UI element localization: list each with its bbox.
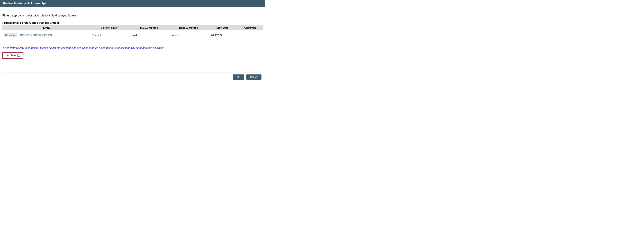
prev-12-value: Unpaid (127, 30, 169, 40)
entity-name[interactable]: ABBOTT MEDICAL OPTICS (20, 33, 52, 36)
update-button[interactable]: Update (4, 33, 17, 37)
table-row: Update ABBOTT MEDICAL OPTICS Yourself Un… (2, 30, 263, 40)
col-header-start: Start Date (208, 25, 237, 30)
approved-value (237, 30, 263, 40)
next-12-value: Unpaid (169, 30, 208, 40)
col-header-next: Next 12 Months (169, 25, 208, 30)
table-header-row: Entity Self or Family Prev. 12 Months Ne… (2, 25, 263, 30)
col-header-approved: Approved (237, 25, 263, 30)
cancel-button[interactable]: Cancel (246, 74, 262, 80)
self-or-family-value[interactable]: Yourself (92, 33, 102, 36)
dialog-footer: OK Cancel (2, 72, 263, 80)
relationships-table: Entity Self or Family Prev. 12 Months Ne… (2, 25, 263, 40)
ok-button[interactable]: OK (233, 74, 244, 80)
col-header-entity: Entity (2, 25, 91, 30)
edit-icon (5, 33, 8, 36)
dialog-header: Review Business Relationships (0, 0, 265, 7)
completion-notice: When your review is complete, please sel… (2, 46, 263, 49)
complete-row: Complete (2, 52, 24, 59)
instruction-text: Please approve / reject each relationshi… (2, 14, 263, 17)
col-header-self: Self or Family (91, 25, 128, 30)
update-button-label: Update (8, 34, 16, 36)
col-header-prev: Prev. 12 Months (127, 25, 169, 30)
dialog-title: Review Business Relationships (3, 2, 46, 5)
start-date-value: 12/20/2024 (208, 30, 237, 40)
dialog-content: Please approve / reject each relationshi… (0, 7, 265, 81)
complete-checkbox[interactable] (18, 54, 20, 57)
complete-label: Complete (4, 54, 16, 57)
section-title: Professional, Foreign, and Financial Ent… (2, 21, 263, 24)
